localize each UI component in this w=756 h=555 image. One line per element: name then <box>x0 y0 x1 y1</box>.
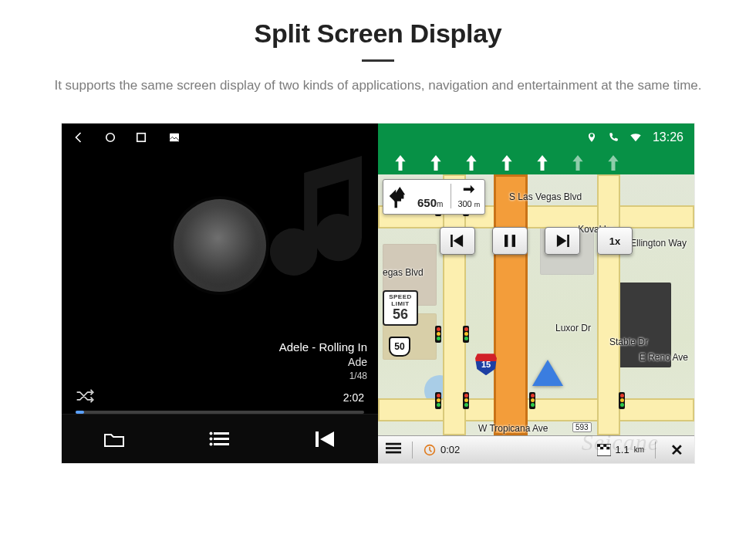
turn-next-distance: 300 <box>457 199 471 208</box>
map-pane[interactable]: S Las Vegas Blvd Koval Ln Duke Ellington… <box>378 151 694 463</box>
clock-icon <box>424 444 436 456</box>
route-pause-button[interactable] <box>492 227 528 255</box>
turn-next-unit: m <box>474 201 481 208</box>
turn-instruction-panel: 650m 300 m <box>383 179 485 215</box>
menu-icon[interactable] <box>386 442 401 457</box>
svg-rect-22 <box>606 447 609 449</box>
traffic-light-icon <box>619 392 625 409</box>
svg-rect-1 <box>137 134 146 142</box>
traffic-light-icon <box>463 326 469 343</box>
playlist-button[interactable] <box>207 426 233 452</box>
remaining-distance: 1.1 km <box>597 444 644 456</box>
svg-rect-2 <box>170 134 179 142</box>
status-clock: 13:26 <box>653 130 683 144</box>
route-next-button[interactable] <box>545 227 580 255</box>
svg-rect-20 <box>603 444 606 446</box>
route-playback-controls: 1x <box>440 227 633 255</box>
lane-arrow-icon <box>429 155 443 171</box>
turn-right-icon <box>462 184 476 198</box>
map-road <box>597 174 620 435</box>
recents-icon[interactable] <box>134 130 148 144</box>
svg-rect-9 <box>316 431 319 447</box>
street-label: Luxor Dr <box>555 323 591 333</box>
shuffle-icon[interactable] <box>76 388 96 406</box>
traffic-light-icon <box>463 392 469 409</box>
traffic-light-icon <box>529 392 535 409</box>
lane-arrow-icon <box>606 155 620 171</box>
wifi-icon <box>629 132 642 143</box>
svg-point-7 <box>209 437 212 440</box>
svg-rect-14 <box>386 443 401 445</box>
svg-rect-11 <box>505 235 508 247</box>
turn-distance: 650 <box>417 196 437 209</box>
lane-arrow-icon <box>571 155 585 171</box>
speed-limit-value: 56 <box>384 307 417 324</box>
turn-left-icon <box>388 183 414 209</box>
route-prev-button[interactable] <box>440 227 475 255</box>
svg-rect-12 <box>512 235 515 247</box>
progress-bar[interactable] <box>76 411 364 414</box>
lane-arrow-icon <box>500 155 514 171</box>
svg-rect-13 <box>567 235 569 247</box>
home-icon[interactable] <box>103 130 117 144</box>
status-right: 13:26 <box>378 124 694 151</box>
music-note-icon <box>270 151 378 298</box>
elapsed-time: 2:02 <box>343 391 364 404</box>
music-dock <box>62 414 378 463</box>
lane-arrow-icon <box>535 155 549 171</box>
page-title: Split Screen Display <box>31 19 725 49</box>
svg-rect-5 <box>214 443 229 445</box>
speed-label-1: SPEED <box>384 292 417 300</box>
phone-icon <box>608 132 619 143</box>
page-subtitle: It supports the same screen display of t… <box>54 76 702 96</box>
svg-rect-3 <box>214 432 229 435</box>
music-pane: Adele - Rolling In Ade 1/48 2:02 <box>62 151 378 463</box>
traffic-light-icon <box>435 326 441 343</box>
folder-button[interactable] <box>101 426 127 452</box>
track-title: Adele - Rolling In <box>73 340 367 355</box>
route-speed-button[interactable]: 1x <box>597 227 633 255</box>
eta-time: 0:02 <box>424 444 460 456</box>
status-bar: 13:26 <box>62 124 694 151</box>
title-underline <box>362 59 394 62</box>
split-screen-device: 13:26 Adele - Rolling In Ade 1/48 <box>62 124 694 463</box>
us-route-shield: 50 <box>389 337 410 357</box>
lane-guidance <box>378 151 694 174</box>
track-artist: Ade <box>73 355 367 370</box>
previous-button[interactable] <box>312 426 339 452</box>
svg-rect-10 <box>451 235 453 247</box>
street-label: W Tropicana Ave <box>478 423 548 434</box>
close-button[interactable]: ✕ <box>667 440 687 460</box>
svg-rect-4 <box>214 438 229 440</box>
album-art-area <box>62 151 378 340</box>
svg-rect-19 <box>597 444 600 446</box>
street-badge: 593 <box>572 422 592 432</box>
svg-rect-21 <box>600 447 603 449</box>
lane-arrow-icon <box>464 155 478 171</box>
vehicle-cursor-icon <box>532 360 563 386</box>
album-circle[interactable] <box>174 199 266 292</box>
back-icon[interactable] <box>73 130 86 144</box>
svg-point-0 <box>106 134 115 142</box>
map-bottom-bar: 0:02 1.1 km ✕ <box>378 435 694 463</box>
turn-distance-unit: m <box>437 200 443 208</box>
map-road <box>378 398 694 421</box>
traffic-light-icon <box>435 392 441 409</box>
svg-point-6 <box>209 431 212 435</box>
android-nav-bar <box>62 124 378 151</box>
svg-rect-15 <box>386 448 401 450</box>
location-icon <box>586 132 597 143</box>
map-highway <box>494 174 528 435</box>
street-label: S Las Vegas Blvd <box>509 191 582 202</box>
street-label: E Reno Ave <box>640 352 688 363</box>
lane-arrow-icon <box>393 155 407 171</box>
svg-rect-16 <box>386 452 401 454</box>
flag-icon <box>597 444 611 456</box>
street-label: egas Blvd <box>383 267 424 278</box>
street-label: Stable Dr <box>609 337 648 347</box>
track-index: 1/48 <box>73 370 367 382</box>
track-meta: Adele - Rolling In Ade 1/48 <box>62 340 378 388</box>
map-canvas[interactable]: S Las Vegas Blvd Koval Ln Duke Ellington… <box>378 174 694 435</box>
picture-icon[interactable] <box>168 131 181 144</box>
svg-point-8 <box>209 442 212 445</box>
